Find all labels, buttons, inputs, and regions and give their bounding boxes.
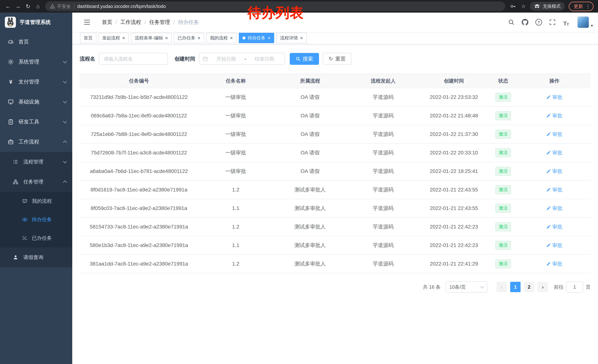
approve-button[interactable]: 审批 — [546, 260, 562, 267]
tab-label: 首页 — [84, 35, 93, 41]
approve-label: 审批 — [552, 94, 562, 101]
user-menu[interactable]: ▾ — [577, 16, 593, 28]
chevron-down-icon — [480, 284, 484, 289]
breadcrumb-home[interactable]: 首页 — [102, 19, 112, 26]
breadcrumb-task-management[interactable]: 任务管理 — [149, 19, 170, 26]
close-icon[interactable]: × — [268, 36, 270, 40]
process-name-input[interactable] — [99, 53, 168, 65]
search-icon — [296, 57, 300, 61]
key-icon[interactable] — [509, 2, 517, 10]
next-page-button[interactable]: › — [538, 282, 548, 292]
status-cell: 激活 — [488, 162, 518, 180]
approve-button[interactable]: 审批 — [546, 242, 562, 249]
github-icon[interactable] — [521, 18, 529, 26]
sidebar-item-leave-query[interactable]: 请假查询 — [0, 247, 72, 267]
back-icon[interactable]: ← — [3, 1, 13, 11]
close-icon[interactable]: × — [198, 36, 200, 40]
sidebar-item-todo-task[interactable]: 待办任务 — [0, 210, 72, 229]
approve-button[interactable]: 审批 — [546, 112, 562, 119]
approve-button[interactable]: 审批 — [546, 186, 562, 193]
forward-icon[interactable]: → — [13, 1, 23, 11]
close-icon[interactable]: × — [122, 36, 125, 40]
tab-process-detail[interactable]: 流程详情× — [276, 33, 307, 43]
status-badge: 激活 — [495, 93, 511, 102]
person-icon — [13, 255, 18, 260]
tab-start-process[interactable]: 发起流程× — [99, 33, 129, 43]
edit-icon — [546, 225, 551, 229]
starter-cell: 芋道源码 — [347, 199, 419, 217]
table-row: 58154733-7ac8-11ec-a9e2-a2380e71991a 1.2… — [80, 218, 590, 236]
sidebar-item-infrastructure[interactable]: 基础设施 — [0, 92, 72, 112]
approve-button[interactable]: 审批 — [546, 168, 562, 175]
task-id-cell: 725a1eb6-7b88-11ec-8ef0-acde48001122 — [80, 125, 198, 143]
task-name-cell: 一级审批 — [198, 162, 273, 180]
update-label: 更新 — [574, 3, 583, 9]
close-icon[interactable]: × — [230, 36, 233, 40]
home-icon[interactable]: ⌂ — [33, 1, 43, 11]
page-size-select[interactable]: 10条/页 — [446, 281, 487, 292]
star-icon[interactable]: ☆ — [521, 3, 526, 9]
breadcrumb-separator: / — [173, 19, 175, 25]
close-icon[interactable]: × — [165, 36, 168, 40]
process-cell: 测试多审批人 — [273, 236, 347, 254]
clipboard-icon — [8, 119, 14, 125]
page-button-2[interactable]: 2 — [524, 282, 534, 292]
tab-todo-task[interactable]: 待办任务× — [239, 33, 274, 43]
tab-my-process[interactable]: 我的流程× — [206, 33, 237, 43]
status-badge: 激活 — [495, 130, 511, 139]
font-size-icon[interactable]: TT — [562, 18, 570, 26]
page-button-1[interactable]: 1 — [510, 282, 521, 292]
breadcrumb-separator: / — [116, 19, 117, 25]
sidebar-item-devtools[interactable]: 研发工具 — [0, 112, 72, 132]
fullscreen-icon[interactable] — [548, 18, 556, 26]
approve-button[interactable]: 审批 — [546, 131, 562, 138]
search-icon[interactable] — [507, 18, 515, 26]
sidebar-item-my-process[interactable]: 我的流程 — [0, 192, 72, 210]
avatar[interactable] — [577, 16, 589, 28]
status-cell: 激活 — [488, 144, 518, 162]
breadcrumb-workflow[interactable]: 工作流程 — [120, 19, 141, 26]
security-indicator[interactable]: 不安全 — [50, 3, 71, 9]
edit-icon — [546, 262, 551, 266]
sidebar-item-home[interactable]: 首页 — [0, 32, 72, 52]
sidebar-item-workflow[interactable]: 工作流程 — [0, 132, 72, 152]
tab-home[interactable]: 首页 — [80, 33, 96, 43]
sidebar-item-label: 首页 — [18, 38, 66, 45]
create-time-label: 创建时间 — [174, 55, 195, 62]
sidebar-item-done-task[interactable]: 已办任务 — [0, 229, 72, 247]
reset-button[interactable]: ↻ 重置 — [323, 53, 351, 65]
approve-button[interactable]: 审批 — [546, 205, 562, 212]
sidebar-item-process-management[interactable]: 流程管理 — [0, 152, 72, 172]
sidebar-item-label: 基础设施 — [18, 98, 59, 105]
search-button[interactable]: 搜索 — [290, 53, 319, 65]
reload-icon[interactable]: ↻ — [23, 1, 33, 11]
sidebar-item-payment[interactable]: ¥ 支付管理 — [0, 72, 72, 92]
status-badge: 激活 — [495, 148, 511, 157]
tab-done-task[interactable]: 已办任务× — [174, 33, 204, 43]
date-range-picker[interactable]: 开始日期 - 结束日期 — [199, 53, 285, 65]
main-area: 首页 / 工作流程 / 任务管理 / 待办任务 ? TT ▾ — [72, 13, 598, 364]
chevron-down-icon — [63, 59, 67, 63]
action-cell: 审批 — [518, 144, 590, 162]
status-cell: 激活 — [488, 88, 518, 106]
sidebar-item-task-management[interactable]: 任务管理 — [0, 172, 72, 192]
sidebar-item-system[interactable]: 系统管理 — [0, 52, 72, 72]
help-icon[interactable]: ? — [535, 18, 543, 26]
approve-label: 审批 — [552, 242, 562, 249]
menu-fold-icon[interactable] — [72, 18, 102, 26]
prev-page-button[interactable]: ‹ — [497, 282, 507, 292]
start-date-placeholder[interactable]: 开始日期 — [209, 56, 243, 62]
app-logo[interactable]: 芋道管理系统 — [0, 13, 72, 32]
end-date-placeholder[interactable]: 结束日期 — [248, 56, 281, 62]
edit-icon — [546, 151, 551, 155]
chrome-actions: ☆ 无痕模式 更新 ⋮ — [509, 2, 595, 11]
goto-page-input[interactable] — [566, 281, 583, 292]
update-button[interactable]: 更新 ⋮ — [569, 2, 594, 11]
tab-form-edit[interactable]: 流程表单-编辑× — [131, 33, 172, 43]
kebab-menu-icon[interactable]: ⋮ — [586, 4, 590, 9]
approve-button[interactable]: 审批 — [546, 224, 562, 230]
close-icon[interactable]: × — [300, 36, 303, 40]
approve-button[interactable]: 审批 — [546, 94, 562, 101]
approve-button[interactable]: 审批 — [546, 149, 562, 156]
table-row: 73211d9d-7b9b-11ec-b5b7-acde48001122 一级审… — [80, 88, 590, 107]
